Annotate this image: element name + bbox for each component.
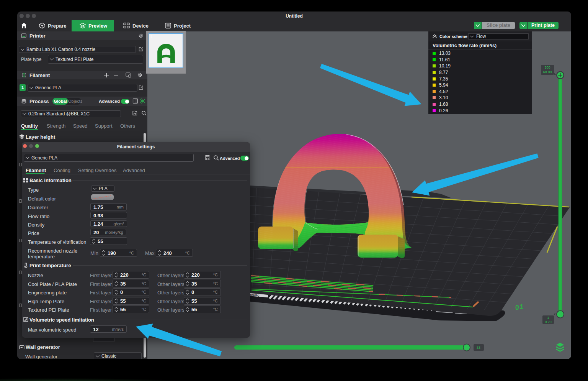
svg-text:300: 300 bbox=[544, 66, 550, 69]
svg-text:33: 33 bbox=[477, 346, 480, 350]
svg-text:1: 1 bbox=[547, 316, 549, 320]
svg-text:60.00: 60.00 bbox=[543, 70, 552, 74]
svg-text:0.20: 0.20 bbox=[545, 320, 552, 324]
